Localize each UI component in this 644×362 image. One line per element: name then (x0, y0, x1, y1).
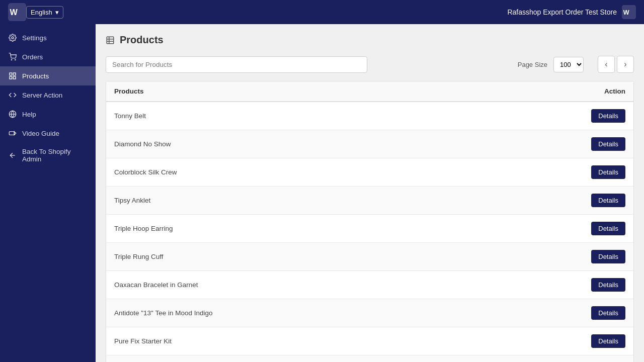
sidebar: Settings Orders Products Server Action H (0, 24, 96, 362)
sidebar-item-settings-label: Settings (22, 34, 47, 42)
product-name: Diamond No Show (114, 140, 565, 148)
row-action: Details (565, 194, 625, 207)
grid-icon (8, 71, 17, 80)
details-button[interactable]: Details (591, 278, 625, 292)
arrow-left-icon (8, 151, 17, 160)
table-row: Oaxacan Bracelet in Garnet Details (106, 271, 633, 299)
svg-marker-14 (14, 132, 16, 135)
language-selector[interactable]: English ▾ (26, 6, 63, 19)
svg-rect-9 (10, 76, 12, 79)
video-icon (8, 129, 17, 138)
table-row: Triple Hoop Earring Details (106, 215, 633, 243)
language-label: English (31, 9, 52, 16)
table-row: Colorblock Silk Crew Details (106, 158, 633, 187)
sidebar-item-server-action[interactable]: Server Action (0, 85, 96, 105)
svg-rect-7 (10, 73, 12, 75)
table-row: Pure Fix Starter Kit Details (106, 327, 633, 355)
table-row: Diamond No Show Details (106, 130, 633, 158)
sidebar-item-back-to-shopify-label: Back To Shopify Admin (22, 148, 88, 163)
sidebar-item-video-guide-label: Video Guide (22, 130, 59, 137)
sidebar-item-orders-label: Orders (22, 53, 43, 61)
product-name: Oaxacan Bracelet in Garnet (114, 281, 565, 289)
row-action: Details (565, 278, 625, 292)
details-button[interactable]: Details (591, 165, 625, 179)
details-button[interactable]: Details (591, 334, 625, 348)
sidebar-item-products[interactable]: Products (0, 66, 96, 85)
table-row: Tipsy Anklet Details (106, 187, 633, 215)
svg-rect-8 (13, 73, 16, 75)
products-list: Tonny Belt Details Diamond No Show Detai… (106, 102, 633, 362)
product-name: Antidote "13" Tee in Mood Indigo (114, 309, 565, 317)
page-size-select[interactable]: 100 25 50 200 (553, 57, 584, 72)
sidebar-item-products-label: Products (22, 72, 49, 80)
table-row: Antidote "13" Tee in Mood Indigo Details (106, 299, 633, 327)
table-icon (106, 36, 115, 45)
details-button[interactable]: Details (591, 250, 625, 263)
row-action: Details (565, 334, 625, 348)
svg-rect-16 (107, 37, 114, 44)
table-row: Tonny Belt Details (106, 102, 633, 130)
sidebar-item-server-action-label: Server Action (22, 92, 62, 99)
product-name: Colorblock Silk Crew (114, 168, 565, 176)
sidebar-item-settings[interactable]: Settings (0, 28, 96, 47)
details-button[interactable]: Details (591, 306, 625, 320)
header-action: Action (565, 87, 625, 95)
table-row: Triple Rung Cuff Details (106, 243, 633, 271)
table-header: Products Action (106, 81, 633, 102)
sidebar-item-back-to-shopify[interactable]: Back To Shopify Admin (0, 143, 96, 168)
svg-point-5 (11, 59, 12, 60)
sidebar-item-orders[interactable]: Orders (0, 47, 96, 66)
details-button[interactable]: Details (591, 137, 625, 151)
pagination: ‹ › (598, 56, 634, 73)
main-layout: Settings Orders Products Server Action H (0, 24, 644, 362)
page-title: Products (120, 34, 164, 46)
details-button[interactable]: Details (591, 109, 625, 123)
svg-point-4 (12, 37, 14, 39)
cart-icon (8, 52, 17, 61)
product-name: Triple Rung Cuff (114, 253, 565, 260)
woo-logo-icon: W (8, 3, 26, 21)
svg-text:W: W (623, 9, 629, 16)
product-name: Pure Fix Starter Kit (114, 337, 565, 345)
main-content: Products Page Size 100 25 50 200 ‹ › Pro… (96, 24, 644, 362)
svg-rect-10 (13, 76, 16, 79)
woo-logo-right-icon: W (622, 5, 636, 19)
pagination-prev-button[interactable]: ‹ (598, 56, 615, 73)
sidebar-item-video-guide[interactable]: Video Guide (0, 124, 96, 143)
sidebar-item-help-label: Help (22, 111, 36, 118)
products-table: Products Action Tonny Belt Details Diamo… (106, 81, 634, 362)
page-header: Products (106, 34, 634, 46)
product-name: Triple Hoop Earring (114, 225, 565, 232)
topnav: W English ▾ Rafasshop Export Order Test … (0, 0, 644, 24)
sidebar-item-help[interactable]: Help (0, 105, 96, 124)
row-action: Details (565, 109, 625, 123)
chevron-down-icon: ▾ (55, 9, 59, 16)
code-icon (8, 90, 17, 100)
row-action: Details (565, 222, 625, 235)
header-products: Products (114, 87, 565, 95)
svg-rect-13 (9, 132, 14, 135)
pagination-next-button[interactable]: › (617, 56, 634, 73)
page-size-label: Page Size (518, 61, 547, 68)
gear-icon (8, 33, 17, 42)
toolbar: Page Size 100 25 50 200 ‹ › (106, 56, 634, 73)
globe-icon (8, 110, 17, 119)
table-row: Jon Lock Details (106, 355, 633, 362)
store-name: Rafasshop Export Order Test Store W (507, 5, 636, 19)
product-name: Tonny Belt (114, 112, 565, 120)
svg-point-6 (15, 59, 16, 60)
details-button[interactable]: Details (591, 194, 625, 207)
details-button[interactable]: Details (591, 222, 625, 235)
svg-text:W: W (10, 8, 18, 17)
row-action: Details (565, 137, 625, 151)
product-name: Tipsy Anklet (114, 197, 565, 204)
row-action: Details (565, 306, 625, 320)
row-action: Details (565, 250, 625, 263)
search-input[interactable] (106, 56, 367, 73)
row-action: Details (565, 165, 625, 179)
